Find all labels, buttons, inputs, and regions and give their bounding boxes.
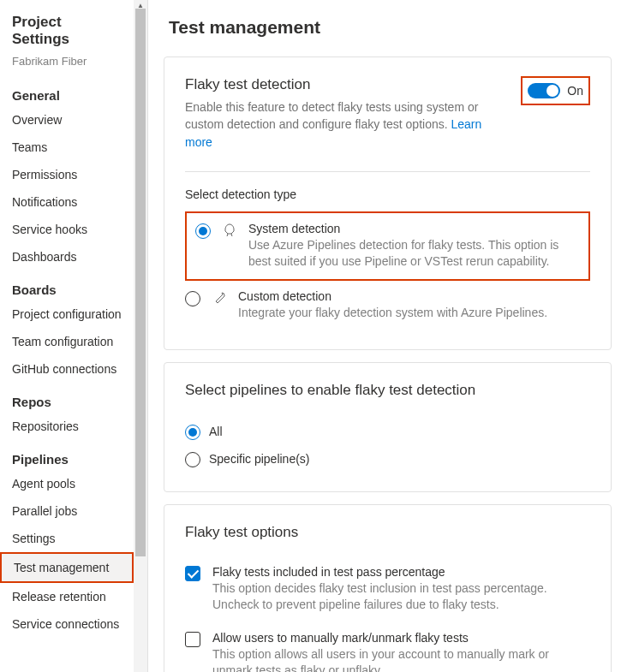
section-pipelines: Pipelines: [0, 440, 134, 470]
options-title: Flaky test options: [185, 524, 590, 541]
sidebar-item-parallel-jobs[interactable]: Parallel jobs: [0, 497, 134, 525]
flaky-description: Enable this feature to detect flaky test…: [185, 98, 507, 151]
include-flaky-title: Flaky tests included in test pass percen…: [212, 565, 590, 579]
sidebar-item-teams[interactable]: Teams: [0, 134, 134, 161]
rocket-icon: [223, 223, 236, 240]
options-card: Flaky test options Flaky tests included …: [164, 504, 612, 672]
include-flaky-desc: This option decides flaky test inclusion…: [212, 580, 590, 614]
flaky-toggle[interactable]: [528, 83, 560, 98]
flaky-title: Flaky test detection: [185, 76, 507, 93]
sidebar-item-github[interactable]: GitHub connections: [0, 355, 134, 383]
pipelines-all-radio[interactable]: [185, 425, 200, 440]
sidebar-item-overview[interactable]: Overview: [0, 106, 134, 134]
manual-mark-checkbox[interactable]: [185, 632, 200, 647]
include-flaky-option[interactable]: Flaky tests included in test pass percen…: [185, 556, 590, 622]
pipelines-title: Select pipelines to enable flaky test de…: [185, 382, 590, 399]
divider: [185, 171, 590, 172]
system-detection-option[interactable]: System detection Use Azure Pipelines det…: [185, 211, 590, 281]
sidebar-item-service-hooks[interactable]: Service hooks: [0, 216, 134, 243]
pipelines-card: Select pipelines to enable flaky test de…: [164, 362, 612, 492]
manual-mark-title: Allow users to manually mark/unmark flak…: [212, 631, 590, 645]
page-title: Test management: [164, 17, 612, 38]
flaky-toggle-label: On: [567, 84, 583, 98]
custom-detection-radio[interactable]: [185, 291, 200, 306]
wrench-icon: [212, 291, 226, 307]
custom-detection-option[interactable]: Custom detection Integrate your flaky de…: [185, 281, 590, 330]
sidebar-item-settings[interactable]: Settings: [0, 525, 134, 552]
sidebar-item-service-connections[interactable]: Service connections: [0, 610, 134, 638]
sidebar-item-test-management[interactable]: Test management: [0, 552, 134, 583]
pipelines-all-label: All: [209, 425, 223, 438]
section-general: General: [0, 76, 134, 106]
flaky-detection-card: Flaky test detection Enable this feature…: [164, 56, 612, 350]
sidebar-item-release-retention[interactable]: Release retention: [0, 583, 134, 610]
custom-detection-title: Custom detection: [238, 289, 590, 303]
sidebar-item-agent-pools[interactable]: Agent pools: [0, 470, 134, 497]
project-name: Fabrikam Fiber: [0, 51, 134, 76]
sidebar-item-permissions[interactable]: Permissions: [0, 161, 134, 188]
system-detection-title: System detection: [248, 222, 580, 235]
scrollbar[interactable]: ▲: [134, 0, 147, 672]
include-flaky-checkbox[interactable]: [185, 566, 200, 581]
manual-mark-desc: This option allows all users in your acc…: [212, 646, 590, 672]
sidebar-item-project-config[interactable]: Project configuration: [0, 300, 134, 328]
section-boards: Boards: [0, 271, 134, 300]
sidebar: Project Settings Fabrikam Fiber General …: [0, 0, 148, 672]
custom-detection-desc: Integrate your flaky detection system wi…: [238, 305, 590, 322]
scrollbar-up-icon[interactable]: ▲: [137, 2, 144, 9]
detection-type-heading: Select detection type: [185, 187, 590, 201]
sidebar-item-team-config[interactable]: Team configuration: [0, 328, 134, 355]
pipelines-all-option[interactable]: All: [185, 418, 590, 445]
pipelines-specific-option[interactable]: Specific pipeline(s): [185, 445, 590, 473]
manual-mark-option[interactable]: Allow users to manually mark/unmark flak…: [185, 622, 590, 672]
sidebar-item-repositories[interactable]: Repositories: [0, 413, 134, 440]
flaky-toggle-container: On: [521, 76, 590, 105]
scrollbar-thumb[interactable]: [135, 9, 146, 556]
sidebar-item-dashboards[interactable]: Dashboards: [0, 243, 134, 271]
sidebar-title: Project Settings: [0, 14, 134, 51]
section-repos: Repos: [0, 383, 134, 413]
system-detection-radio[interactable]: [195, 223, 211, 239]
system-detection-desc: Use Azure Pipelines detection for flaky …: [248, 237, 580, 271]
main-content: Test management Flaky test detection Ena…: [148, 0, 627, 672]
pipelines-specific-radio[interactable]: [185, 452, 200, 467]
sidebar-item-notifications[interactable]: Notifications: [0, 188, 134, 216]
pipelines-specific-label: Specific pipeline(s): [209, 452, 310, 466]
